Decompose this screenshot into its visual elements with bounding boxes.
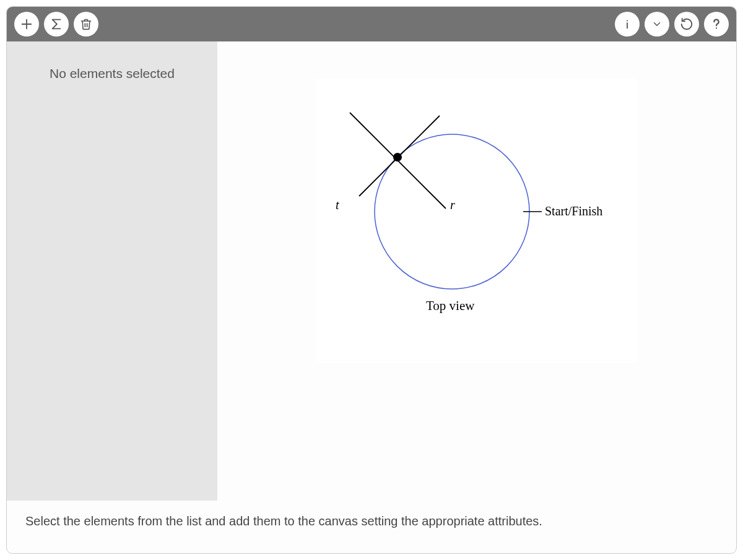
canvas-area[interactable]: t r Start/Finish Top view [217, 41, 736, 501]
reset-icon [680, 17, 693, 31]
svg-point-4 [716, 27, 717, 28]
toolbar [7, 7, 736, 41]
cross-point [393, 153, 402, 162]
instructions-text: Select the elements from the list and ad… [7, 501, 736, 553]
label-t: t [336, 198, 339, 212]
label-start-finish: Start/Finish [545, 204, 602, 218]
reset-button[interactable] [674, 12, 699, 37]
add-button[interactable] [14, 12, 39, 37]
info-button[interactable] [615, 12, 640, 37]
toolbar-right [615, 12, 729, 37]
sum-button[interactable] [44, 12, 69, 37]
diagram-caption: Top view [426, 298, 474, 314]
dropdown-button[interactable] [645, 12, 669, 37]
diagram: t r Start/Finish Top view [316, 79, 638, 363]
sidebar-empty-message: No elements selected [19, 66, 205, 81]
question-icon [710, 17, 723, 31]
label-r: r [450, 198, 455, 212]
sigma-icon [50, 17, 63, 31]
content: No elements selected t [7, 41, 736, 553]
delete-button[interactable] [74, 12, 98, 37]
svg-point-2 [627, 20, 628, 21]
app-frame: No elements selected t [6, 6, 737, 554]
info-icon [620, 17, 634, 31]
help-button[interactable] [704, 12, 729, 37]
chevron-down-icon [651, 19, 663, 30]
diagram-svg [316, 79, 638, 363]
sidebar: No elements selected [7, 41, 217, 501]
main-row: No elements selected t [7, 41, 736, 501]
trash-icon [80, 18, 92, 30]
plus-icon [20, 17, 33, 31]
toolbar-left [14, 12, 98, 37]
